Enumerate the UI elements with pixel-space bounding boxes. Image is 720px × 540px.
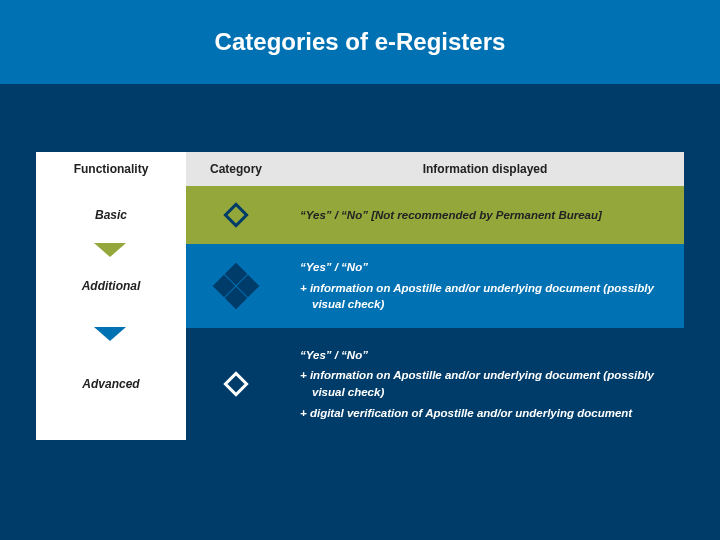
functionality-advanced: Advanced	[36, 328, 186, 440]
chevron-down-icon	[94, 327, 126, 341]
info-basic: “Yes” / “No” [Not recommended by Permane…	[286, 186, 684, 244]
header-information: Information displayed	[286, 152, 684, 186]
functionality-additional: Additional	[36, 244, 186, 328]
row-additional: Additional “Yes” / “No” + information on…	[36, 244, 684, 328]
info-text: + digital verification of Apostille and/…	[300, 405, 670, 422]
table-header-row: Functionality Category Information displ…	[36, 152, 684, 186]
category-basic-icon-cell	[186, 186, 286, 244]
category-additional-icon-cell	[186, 244, 286, 328]
info-text: “Yes” / “No”	[300, 347, 670, 364]
categories-table: Functionality Category Information displ…	[36, 152, 684, 440]
functionality-label: Basic	[95, 208, 127, 222]
info-advanced: “Yes” / “No” + information on Apostille …	[286, 328, 684, 440]
diamond-cluster-icon	[216, 266, 256, 306]
diamond-outline-icon	[216, 195, 256, 235]
table-body: Basic “Yes” / “No” [Not recommended by P…	[36, 186, 684, 440]
header-functionality: Functionality	[36, 152, 186, 186]
info-text: + information on Apostille and/or underl…	[300, 367, 670, 400]
header-category: Category	[186, 152, 286, 186]
diamond-outline-icon	[216, 364, 256, 404]
title-band: Categories of e-Registers	[0, 0, 720, 84]
functionality-label: Advanced	[82, 377, 139, 391]
functionality-label: Additional	[82, 279, 141, 293]
chevron-down-icon	[94, 243, 126, 257]
category-advanced-icon-cell	[186, 328, 286, 440]
row-basic: Basic “Yes” / “No” [Not recommended by P…	[36, 186, 684, 244]
info-text: “Yes” / “No”	[300, 259, 670, 276]
row-advanced: Advanced “Yes” / “No” + information on A…	[36, 328, 684, 440]
info-text: + information on Apostille and/or underl…	[300, 280, 670, 313]
functionality-basic: Basic	[36, 186, 186, 244]
info-additional: “Yes” / “No” + information on Apostille …	[286, 244, 684, 328]
page-title: Categories of e-Registers	[215, 28, 506, 56]
info-text: “Yes” / “No” [Not recommended by Permane…	[300, 207, 670, 224]
